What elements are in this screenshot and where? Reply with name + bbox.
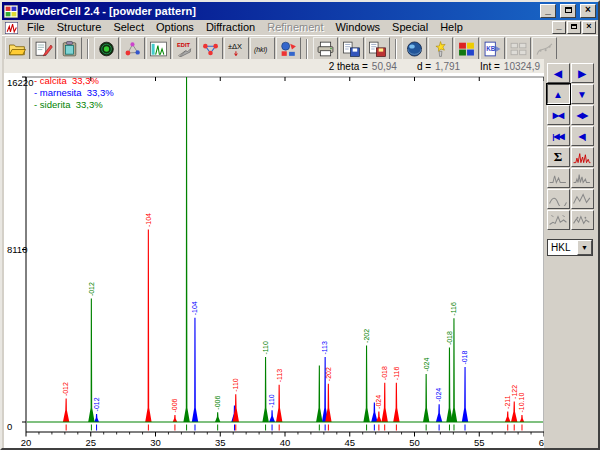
svg-text:-110: -110 [262, 341, 269, 355]
pan-left-button[interactable]: ◀ [547, 63, 570, 83]
d-spacing-readout: d =1,791 [417, 61, 460, 72]
svg-text:35: 35 [215, 437, 226, 448]
svg-text:-122: -122 [511, 385, 518, 399]
print-button[interactable] [313, 37, 338, 60]
menu-file[interactable]: File [21, 20, 51, 35]
crystal-structure-button[interactable] [120, 37, 145, 60]
paste-button[interactable] [57, 37, 82, 60]
window-title: PowderCell 2.4 - [powder pattern] [21, 3, 536, 19]
copy-bitmap-button[interactable] [365, 37, 390, 60]
powdercell-window: PowderCell 2.4 - [powder pattern] _ × Fi… [0, 0, 600, 450]
plot-tool-sidebar: ◀▶▲▼▶◀◀▶|◀◀◀|Σ HKL ▼ [544, 59, 596, 448]
svg-text:- marnesita 33,3%: - marnesita 33,3% [34, 87, 114, 98]
menu-special[interactable]: Special [386, 20, 434, 35]
svg-text:-024: -024 [435, 388, 442, 402]
sidebar-button-grid: ◀▶▲▼▶◀◀▶|◀◀◀|Σ [544, 63, 596, 230]
profile-2-icon [573, 192, 591, 206]
sphere-view-button[interactable] [402, 37, 427, 60]
print-icon [316, 41, 335, 57]
hkl-list-button[interactable]: (hkl) [250, 37, 275, 60]
light-source-button[interactable] [428, 37, 453, 60]
svg-text:8110: 8110 [7, 244, 27, 255]
svg-text:±ΔX: ±ΔX [228, 42, 242, 51]
save-edit-button[interactable] [31, 37, 56, 60]
compress-x-button[interactable]: ▶◀ [547, 105, 570, 125]
toolbar-separator [306, 39, 308, 59]
unit-cell-button[interactable] [94, 37, 119, 60]
menu-select[interactable]: Select [107, 20, 150, 35]
bond-geometry-button[interactable] [198, 37, 223, 60]
chart-panel: 2 theta =50,94d =1,791Int =10324,9 20253… [4, 59, 548, 448]
menu-help[interactable]: Help [434, 20, 469, 35]
close-button[interactable]: × [580, 4, 596, 18]
crystal-structure-icon [123, 41, 142, 57]
document-icon[interactable] [5, 22, 18, 34]
svg-text:- siderita 33,3%: - siderita 33,3% [34, 99, 103, 110]
menu-windows[interactable]: Windows [329, 20, 386, 35]
sum-sigma-button[interactable]: Σ [547, 147, 570, 167]
chevron-down-icon[interactable]: ▼ [577, 240, 592, 255]
hkl-dropdown[interactable]: HKL ▼ [547, 239, 593, 256]
spectrum-button[interactable] [571, 147, 594, 167]
svg-text:-104: -104 [191, 301, 198, 315]
child-minimize-button[interactable]: _ [552, 21, 566, 34]
fit-icon [535, 41, 554, 57]
go-first-button[interactable]: |◀◀ [547, 126, 570, 146]
zoom-up-button[interactable]: ▲ [547, 84, 570, 104]
maximize-button[interactable] [560, 4, 576, 18]
delta-x-button[interactable]: ±ΔX [224, 37, 249, 60]
maximize-icon [565, 7, 572, 13]
edit-structure-icon: EDIT [175, 41, 194, 57]
kb-info-button[interactable]: KB [480, 37, 505, 60]
svg-text:20: 20 [21, 437, 32, 448]
svg-text:50: 50 [409, 437, 420, 448]
powder-diagram-button[interactable] [146, 37, 171, 60]
edit-structure-button[interactable]: EDIT [172, 37, 197, 60]
intensity-value: 10324,9 [504, 61, 540, 72]
svg-text:-018: -018 [461, 350, 468, 364]
minimize-button[interactable]: _ [540, 4, 556, 18]
restore-icon [571, 24, 577, 29]
pattern-1-icon [549, 213, 567, 227]
light-source-icon [431, 41, 450, 57]
diffraction-pattern-plot[interactable]: 2025303540455055601622081100-012-104-110… [4, 73, 548, 450]
zoom-down-button[interactable]: ▼ [571, 84, 594, 104]
peaks-2-button [571, 168, 594, 188]
menu-options[interactable]: Options [150, 20, 200, 35]
d-spacing-value: 1,791 [435, 61, 460, 72]
menu-refinement: Refinement [261, 20, 329, 35]
copy-metafile-button[interactable] [339, 37, 364, 60]
svg-text:-006: -006 [171, 398, 178, 412]
color-tiles-icon [457, 41, 476, 57]
svg-text:-018: -018 [446, 331, 453, 345]
menu-items: FileStructureSelectOptionsDiffractionRef… [21, 20, 469, 35]
color-tiles-button[interactable] [454, 37, 479, 60]
sphere-view-icon [405, 41, 424, 57]
menu-bar: FileStructureSelectOptionsDiffractionRef… [2, 20, 598, 35]
pan-right-button[interactable]: ▶ [571, 63, 594, 83]
pattern-2-icon [573, 213, 591, 227]
svg-text:40: 40 [280, 437, 291, 448]
child-restore-button[interactable] [567, 21, 581, 34]
bond-geometry-icon [201, 41, 220, 57]
expand-x-button[interactable]: ◀▶ [571, 105, 594, 125]
svg-text:-110: -110 [232, 378, 239, 392]
phase-colors-button[interactable] [276, 37, 301, 60]
svg-text:-10.10: -10.10 [518, 393, 525, 413]
svg-text:-116: -116 [393, 367, 400, 381]
table-icon [509, 41, 528, 57]
pattern-plot-svg[interactable]: 2025303540455055601622081100-012-104-110… [4, 73, 548, 448]
svg-text:16220: 16220 [7, 77, 33, 88]
copy-bitmap-icon [368, 41, 387, 57]
delta-x-icon: ±ΔX [227, 41, 246, 57]
menu-structure[interactable]: Structure [51, 20, 108, 35]
menu-diffraction[interactable]: Diffraction [200, 20, 261, 35]
svg-text:-012: -012 [62, 382, 69, 396]
child-close-button[interactable]: × [582, 21, 596, 34]
svg-text:(hkl): (hkl) [254, 45, 267, 53]
svg-text:EDIT: EDIT [177, 41, 191, 47]
peaks-1-button [547, 168, 570, 188]
go-last-button[interactable]: ◀| [571, 126, 594, 146]
two-theta-value: 50,94 [372, 61, 397, 72]
open-button[interactable] [5, 37, 30, 60]
